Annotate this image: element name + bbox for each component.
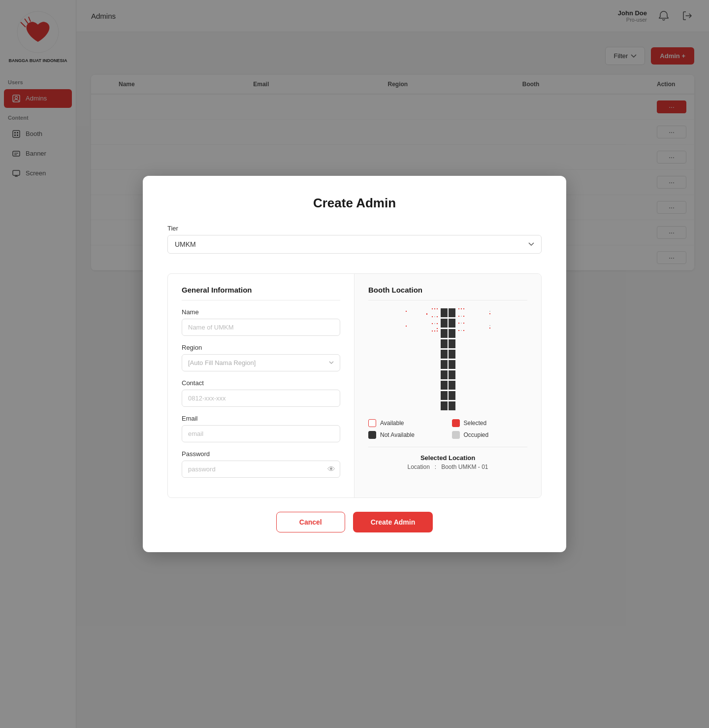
legend-occupied-label: Occupied [464,431,489,438]
booth-cell-unavail [441,308,448,317]
booth-cell-unavail [441,381,448,390]
general-info-panel: General Information Name Region [Auto Fi… [168,274,354,497]
booth-cell[interactable] [432,331,433,331]
booth-grid [368,308,527,410]
booth-cell[interactable] [432,316,433,317]
booth-cell[interactable] [461,323,462,324]
booth-cell-selected[interactable] [434,331,435,331]
legend-not-available-label: Not Available [380,431,415,438]
modal-create-admin: Create Admin Tier UMKM Premium Standard … [143,176,566,552]
name-input[interactable] [182,319,340,336]
legend-available-box [368,419,376,427]
booth-cell[interactable] [458,316,459,317]
legend-available: Available [368,419,444,427]
selected-location-value: Location : Booth UMKM - 01 [368,463,527,470]
booth-cell[interactable] [458,330,459,331]
booth-cell-unavail [449,391,455,400]
booth-cell[interactable] [437,308,438,309]
location-label-text: Location : [407,463,441,470]
booth-location-title: Booth Location [368,286,527,300]
booth-cell[interactable] [434,308,435,309]
password-label: Password [182,450,340,458]
booth-cell[interactable] [489,311,490,312]
location-value-text: Booth UMKM - 01 [441,463,488,470]
modal-title: Create Admin [167,196,542,211]
password-wrapper: 👁 [182,461,340,478]
tier-label: Tier [167,225,542,232]
booth-cell[interactable] [432,308,433,309]
email-input[interactable] [182,425,340,442]
legend-occupied-box [452,431,460,439]
tier-select[interactable]: UMKM Premium Standard [167,235,542,254]
booth-legend: Available Selected Not Available Oc [368,419,527,439]
modal-overlay: Create Admin Tier UMKM Premium Standard … [0,0,709,728]
name-label: Name [182,308,340,316]
create-admin-button[interactable]: Create Admin [353,512,433,532]
selected-location: Selected Location Location : Booth UMKM … [368,447,527,470]
booth-cell[interactable] [461,316,462,317]
booth-cell[interactable] [489,328,490,329]
legend-selected-label: Selected [464,420,487,427]
booth-cell-unavail [449,339,455,348]
booth-cell[interactable] [463,323,464,324]
booth-cell[interactable] [437,331,438,331]
booth-cell-unavail [449,329,455,338]
booth-cell[interactable] [463,308,464,309]
selected-location-title: Selected Location [368,454,527,462]
booth-cell[interactable] [437,316,438,317]
booth-cell-unavail [449,401,455,410]
legend-selected: Selected [452,419,528,427]
name-field: Name [182,308,340,336]
booth-cell[interactable] [463,330,464,331]
booth-cell-unavail [449,370,455,379]
booth-cell[interactable] [458,323,459,324]
booth-cell[interactable] [437,323,438,324]
booth-cell[interactable] [432,323,433,324]
legend-selected-box [452,419,460,427]
password-toggle-icon[interactable]: 👁 [327,465,335,474]
booth-cell[interactable] [458,308,459,309]
booth-cell-unavail [441,339,448,348]
booth-cell-unavail [441,329,448,338]
password-field: Password 👁 [182,450,340,478]
region-field: Region [Auto Fill Nama Region] [182,344,340,371]
booth-cell-unavail [449,308,455,317]
booth-location-panel: Booth Location [354,274,541,497]
contact-label: Contact [182,379,340,387]
contact-field: Contact [182,379,340,407]
booth-cell-unavail [449,381,455,390]
region-select[interactable]: [Auto Fill Nama Region] [182,354,340,371]
modal-actions: Cancel Create Admin [167,512,542,532]
form-panels: General Information Name Region [Auto Fi… [167,273,542,498]
booth-cell-unavail [449,360,455,369]
booth-cell[interactable] [461,330,462,331]
legend-unavailable-box [368,431,376,439]
booth-cell[interactable] [406,326,407,327]
region-label: Region [182,344,340,351]
booth-cell-unavail [449,350,455,359]
app-shell: BANGGA BUAT INDONESIA Users Admins Conte… [0,0,709,728]
booth-cell[interactable] [463,316,464,317]
tier-field: Tier UMKM Premium Standard [167,225,542,265]
booth-cell[interactable] [489,325,490,326]
contact-input[interactable] [182,390,340,407]
booth-cell[interactable] [489,313,490,314]
general-info-title: General Information [182,286,340,300]
booth-cell-unavail [449,319,455,328]
booth-cell-unavail [441,401,448,410]
booth-cell[interactable] [426,313,427,315]
cancel-button[interactable]: Cancel [276,512,345,532]
booth-cell-unavail [441,319,448,328]
booth-cell-unavail [441,391,448,400]
booth-cell[interactable] [434,316,435,317]
booth-cell[interactable] [461,308,462,309]
booth-cell[interactable] [406,311,407,312]
booth-cell[interactable] [437,328,438,329]
legend-not-available: Not Available [368,431,444,439]
booth-cell[interactable] [434,323,435,324]
password-input[interactable] [182,461,340,478]
email-label: Email [182,415,340,422]
booth-cell-unavail [441,360,448,369]
email-field: Email [182,415,340,442]
legend-occupied: Occupied [452,431,528,439]
